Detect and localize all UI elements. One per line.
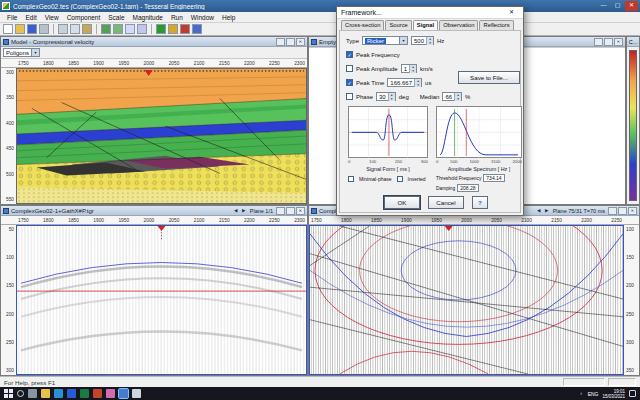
axis-tick-label: 500 (450, 159, 457, 165)
threshold-value-field[interactable]: 734.14 (483, 174, 504, 182)
minimize-button[interactable] (597, 1, 610, 11)
plane-indicator: Plane 1/1 (250, 208, 273, 214)
menu-item[interactable]: Help (218, 14, 239, 21)
dialog-titlebar[interactable]: Framework... (337, 7, 523, 19)
panel-close-button[interactable] (296, 38, 305, 46)
peak-amplitude-checkbox[interactable] (346, 65, 353, 72)
peak-amplitude-stepper[interactable]: 1 (401, 64, 417, 73)
menu-item[interactable]: File (3, 14, 21, 21)
panel-maximize-button[interactable] (286, 38, 295, 46)
menu-item[interactable]: Edit (21, 14, 40, 21)
peak-frequency-checkbox[interactable] (346, 51, 353, 58)
panel-maximize-button[interactable] (286, 207, 295, 215)
notepad-icon[interactable] (132, 389, 141, 398)
spinner-arrows-icon[interactable] (454, 93, 461, 101)
paint-icon[interactable] (106, 389, 115, 398)
print-icon[interactable] (39, 24, 49, 34)
tesseral-app-icon[interactable] (119, 389, 128, 398)
menu-item[interactable]: View (41, 14, 63, 21)
chevron-down-icon[interactable] (399, 37, 407, 44)
panel-minimize-button[interactable] (276, 207, 285, 215)
copy-icon[interactable] (70, 24, 80, 34)
cut-icon[interactable] (58, 24, 68, 34)
window-titlebar[interactable]: ComplexGeo02.tes (ComplexGeo02-1.tam) - … (0, 0, 640, 12)
help-button[interactable]: ? (472, 196, 488, 209)
undo-icon[interactable] (101, 24, 111, 34)
task-view-icon[interactable] (28, 389, 37, 398)
prev-plane-button[interactable] (232, 208, 240, 213)
menu-item[interactable]: Magnitude (129, 14, 167, 21)
dialog-close-button[interactable] (504, 7, 519, 18)
tray-expand-icon[interactable] (579, 391, 584, 397)
save-to-file-button[interactable]: Save to File... (458, 71, 520, 84)
spinner-arrows-icon[interactable] (388, 93, 395, 101)
chevron-down-icon[interactable] (31, 49, 39, 56)
spinner-arrows-icon[interactable] (409, 65, 416, 73)
notification-icon[interactable] (629, 390, 636, 397)
peak-time-checkbox[interactable] (346, 79, 353, 86)
open-icon[interactable] (15, 24, 25, 34)
stop-icon[interactable] (180, 24, 190, 34)
frequency-stepper[interactable]: 500 (411, 36, 434, 45)
zoom-out-icon[interactable] (137, 24, 147, 34)
panel-close-button[interactable] (628, 207, 637, 215)
spinner-arrows-icon[interactable] (414, 79, 421, 87)
language-indicator[interactable]: ENG (588, 391, 599, 397)
run-icon[interactable] (156, 24, 166, 34)
frequency-unit: Hz (437, 38, 444, 44)
cancel-button[interactable]: Cancel (428, 196, 464, 209)
time-tick-label: 150 (1, 283, 14, 288)
wavefield-snapshot-view[interactable] (309, 225, 624, 375)
redo-icon[interactable] (113, 24, 123, 34)
panel-minimize-button[interactable] (594, 38, 603, 46)
next-plane-button[interactable] (543, 208, 551, 213)
seismic-gather-view[interactable] (16, 225, 307, 375)
paste-icon[interactable] (82, 24, 92, 34)
panel-close-button[interactable] (296, 207, 305, 215)
excel-icon[interactable] (80, 389, 89, 398)
menu-item[interactable]: Window (187, 14, 218, 21)
ruler-tick-label: 2100 (194, 61, 205, 66)
save-icon[interactable] (27, 24, 37, 34)
next-plane-button[interactable] (240, 208, 248, 213)
menu-item[interactable]: Component (63, 14, 105, 21)
browser-icon[interactable] (54, 389, 63, 398)
maximize-button[interactable] (611, 1, 624, 11)
damping-value-field[interactable]: 208.28 (457, 184, 478, 192)
model-panel-titlebar[interactable]: Model - Compressional velocity (1, 37, 307, 47)
phase-checkbox[interactable] (346, 93, 353, 100)
powerpoint-icon[interactable] (93, 389, 102, 398)
phase-stepper[interactable]: 30 (376, 92, 396, 101)
menu-item[interactable]: Scale (104, 14, 128, 21)
panel-minimize-button[interactable] (276, 38, 285, 46)
ok-button[interactable]: OK (384, 196, 420, 209)
explorer-icon[interactable] (41, 389, 50, 398)
panel-maximize-button[interactable] (604, 38, 613, 46)
panel-close-button[interactable] (614, 38, 623, 46)
zoom-in-icon[interactable] (125, 24, 135, 34)
polygons-select[interactable]: Poligons (3, 48, 40, 57)
spinner-arrows-icon[interactable] (426, 37, 433, 45)
axis-tick-label: 2000 (512, 159, 522, 165)
start-button[interactable] (4, 389, 13, 398)
menu-bar: FileEditViewComponentScaleMagnitudeRunWi… (0, 12, 640, 23)
close-button[interactable] (625, 1, 638, 11)
minimal-phase-checkbox[interactable] (348, 176, 354, 182)
pause-icon[interactable] (168, 24, 178, 34)
panel-maximize-button[interactable] (618, 207, 627, 215)
menu-item[interactable]: Run (167, 14, 187, 21)
peak-time-field[interactable]: 166.667 (387, 78, 422, 87)
new-icon[interactable] (3, 24, 13, 34)
word-icon[interactable] (67, 389, 76, 398)
panel-minimize-button[interactable] (608, 207, 617, 215)
wavelet-type-select[interactable]: Ricker (362, 36, 408, 45)
search-icon[interactable] (17, 390, 24, 397)
gather-panel-titlebar[interactable]: ComplexGeo02-1+GathX#P.tgr Plane 1/1 (1, 206, 307, 216)
inverted-checkbox[interactable] (397, 176, 403, 182)
velocity-color-scale[interactable] (629, 50, 637, 201)
prev-plane-button[interactable] (535, 208, 543, 213)
median-stepper[interactable]: 66 (442, 92, 462, 101)
help-icon[interactable] (192, 24, 202, 34)
model-cross-section-view[interactable] (16, 68, 307, 204)
clock[interactable]: 19:01 15/03/2021 (602, 389, 625, 399)
